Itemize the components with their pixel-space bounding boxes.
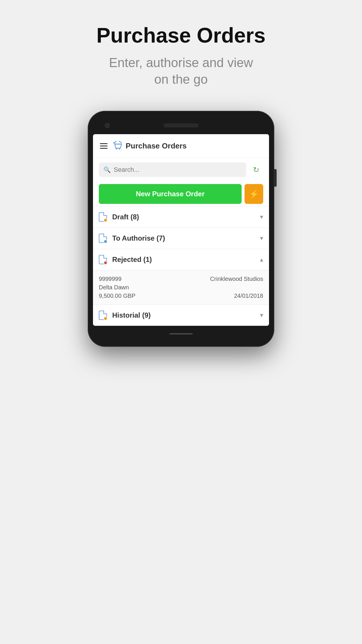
svg-point-2	[116, 148, 117, 150]
order-number: 9999999	[99, 276, 122, 282]
new-purchase-order-button[interactable]: New Purchase Order	[99, 184, 242, 204]
order-item[interactable]: 9999999 Crinklewood Studios Delta Dawn 9…	[93, 270, 269, 304]
historial-icon	[99, 311, 108, 320]
order-amount: 9,500.00 GBP	[99, 293, 136, 299]
phone-bottom	[93, 329, 269, 338]
rejected-section: Rejected (1) ▴ 9999999 Crinklewood Studi…	[93, 249, 269, 304]
hamburger-menu[interactable]	[100, 143, 108, 149]
phone-mockup: Purchase Orders 🔍 ↻ New Purchase Order ⚡	[88, 111, 274, 347]
historial-section-title: Historial (9)	[112, 311, 260, 319]
historial-section: Historial (9) ▾	[93, 304, 269, 326]
lightning-button[interactable]: ⚡	[245, 184, 263, 204]
rejected-icon	[99, 255, 108, 264]
camera	[105, 123, 110, 128]
page-subtitle: Enter, authorise and viewon the go	[109, 54, 253, 88]
header-title: Purchase Orders	[126, 141, 187, 150]
lightning-icon: ⚡	[249, 189, 259, 199]
app-header: Purchase Orders	[93, 134, 269, 158]
search-bar: 🔍 ↻	[93, 158, 269, 182]
new-order-row: New Purchase Order ⚡	[93, 182, 269, 206]
historial-chevron: ▾	[260, 312, 263, 319]
draft-section: Draft (8) ▾	[93, 206, 269, 228]
historial-section-header[interactable]: Historial (9) ▾	[93, 305, 269, 326]
app-logo: Purchase Orders	[112, 140, 187, 152]
rejected-section-title: Rejected (1)	[112, 256, 260, 264]
basket-icon	[112, 140, 123, 152]
phone-top-bar	[93, 120, 269, 131]
to-authorise-icon	[99, 234, 108, 243]
draft-chevron: ▾	[260, 213, 263, 221]
draft-section-header[interactable]: Draft (8) ▾	[93, 206, 269, 228]
svg-line-0	[114, 141, 116, 143]
page-title: Purchase Orders	[96, 23, 266, 47]
rejected-chevron: ▴	[260, 256, 263, 263]
draft-section-title: Draft (8)	[112, 213, 260, 221]
order-date: 24/01/2018	[234, 293, 263, 299]
to-authorise-section-title: To Authorise (7)	[112, 234, 260, 242]
home-bar	[169, 333, 193, 335]
draft-icon	[99, 212, 108, 222]
refresh-icon: ↻	[253, 165, 259, 174]
order-company: Crinklewood Studios	[210, 276, 263, 282]
to-authorise-chevron: ▾	[260, 235, 263, 242]
svg-line-1	[119, 141, 122, 143]
phone-screen: Purchase Orders 🔍 ↻ New Purchase Order ⚡	[93, 134, 269, 326]
search-input-wrapper[interactable]: 🔍	[99, 162, 246, 177]
order-name: Delta Dawn	[99, 284, 263, 291]
speaker	[164, 123, 198, 127]
order-item-bottom: 9,500.00 GBP 24/01/2018	[99, 293, 263, 299]
refresh-button[interactable]: ↻	[249, 163, 263, 177]
search-icon: 🔍	[103, 166, 111, 173]
svg-point-3	[119, 148, 120, 150]
to-authorise-section: To Authorise (7) ▾	[93, 228, 269, 249]
sensor	[254, 124, 257, 127]
rejected-section-header[interactable]: Rejected (1) ▴	[93, 249, 269, 270]
side-button	[274, 169, 277, 187]
order-item-top: 9999999 Crinklewood Studios	[99, 276, 263, 282]
to-authorise-section-header[interactable]: To Authorise (7) ▾	[93, 228, 269, 249]
search-input[interactable]	[114, 166, 242, 174]
